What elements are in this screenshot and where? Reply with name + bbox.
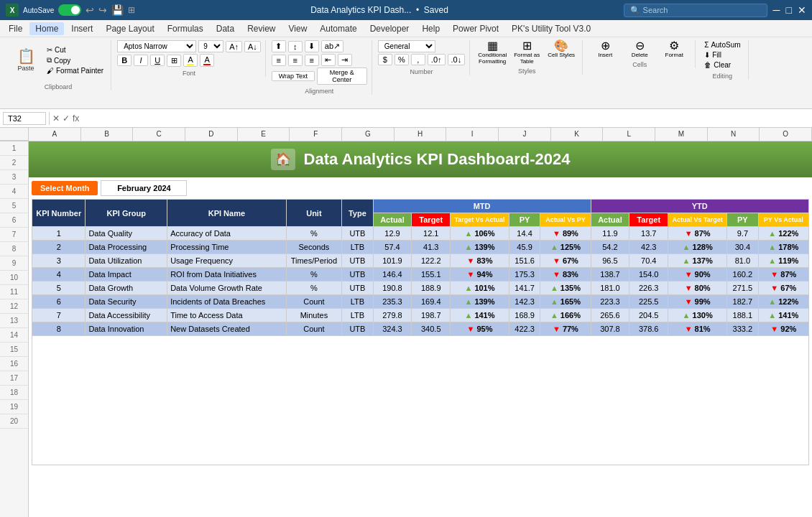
cell-mtd-target: 198.7 — [412, 309, 451, 322]
menu-developer[interactable]: Developer — [364, 22, 415, 35]
confirm-formula-icon[interactable]: ✓ — [63, 113, 70, 124]
currency-button[interactable]: $ — [378, 54, 392, 65]
align-top-button[interactable]: ⬆ — [272, 40, 286, 52]
col-a: A — [29, 128, 81, 141]
cell-styles-button[interactable]: 🎨 Cell Styles — [545, 40, 578, 65]
search-box[interactable]: 🔍 Search — [624, 4, 767, 17]
formula-input[interactable] — [82, 113, 809, 124]
undo-icon[interactable]: ↩ — [86, 4, 94, 16]
font-name-select[interactable]: Aptos Narrow — [117, 40, 196, 52]
fill-button[interactable]: ⬇ Fill — [701, 50, 743, 60]
cell-kpi-name: Processing Time — [167, 241, 286, 254]
cell-type: LTB — [342, 241, 373, 254]
number-format-select[interactable]: General — [378, 40, 435, 52]
paste-button[interactable]: 📋 Paste — [10, 40, 42, 80]
menu-review[interactable]: Review — [241, 22, 281, 35]
insert-icon: ⊕ — [601, 40, 610, 52]
cell-reference-input[interactable] — [3, 112, 46, 125]
row-4: 4 — [0, 185, 28, 199]
menu-home[interactable]: Home — [29, 22, 64, 35]
menu-file[interactable]: File — [3, 22, 28, 35]
font-controls: Aptos Narrow 9 A↑ A↓ B I U ⊞ A A — [117, 40, 261, 67]
insert-function-icon[interactable]: fx — [73, 113, 79, 124]
bold-button[interactable]: B — [117, 55, 132, 66]
row-2: 2 — [0, 156, 28, 170]
close-icon[interactable]: ✕ — [798, 4, 806, 16]
ribbon-number-group: General $ % , .0↑ .0↓ Number — [374, 40, 470, 75]
cancel-formula-icon[interactable]: ✕ — [52, 113, 60, 124]
wrap-text-button[interactable]: Wrap Text — [272, 71, 315, 81]
menu-power-pivot[interactable]: Power Pivot — [447, 22, 504, 35]
cell-ytd-py: 160.2 — [727, 268, 758, 281]
increase-indent-button[interactable]: ⇥ — [338, 54, 352, 66]
cell-ytd-py: 182.7 — [727, 295, 758, 309]
merge-center-button[interactable]: Merge & Center — [317, 67, 367, 85]
format-as-table-button[interactable]: ⊞ Format as Table — [510, 40, 543, 65]
font-size-select[interactable]: 9 — [198, 40, 223, 52]
comma-button[interactable]: , — [411, 54, 425, 65]
clear-button[interactable]: 🗑 Clear — [701, 60, 743, 70]
delete-cells-button[interactable]: ⊖ Delete — [623, 40, 656, 58]
font-color-button[interactable]: A — [200, 54, 214, 67]
cell-kpi-group: Data Processing — [86, 241, 167, 254]
font-grow-button[interactable]: A↑ — [226, 41, 242, 52]
text-orientation-button[interactable]: ab↗ — [321, 40, 343, 52]
cell-ytd-target: 154.0 — [629, 268, 668, 281]
th-ytd-avt: Actual Vs Target — [668, 213, 727, 227]
excel-icon: X — [6, 4, 19, 17]
underline-button[interactable]: U — [150, 55, 165, 66]
menu-page-layout[interactable]: Page Layout — [100, 22, 160, 35]
conditional-formatting-button[interactable]: ▦ Conditional Formatting — [476, 40, 509, 65]
cell-ytd-pvsa: ▼ 87% — [758, 268, 808, 281]
menu-automate[interactable]: Automate — [314, 22, 362, 35]
cell-mtd-tva: ▲ 139% — [451, 295, 509, 309]
copy-button[interactable]: ⧉ Copy — [44, 55, 106, 65]
menu-pk-utility[interactable]: PK's Utility Tool V3.0 — [506, 22, 596, 35]
decimal-decrease-button[interactable]: .0↓ — [448, 54, 466, 65]
th-kpi-name: KPI Name — [167, 200, 286, 227]
font-shrink-button[interactable]: A↓ — [244, 41, 261, 52]
cell-unit: Minutes — [286, 309, 342, 322]
format-cells-button[interactable]: ⚙ Format — [658, 40, 691, 58]
row-15: 15 — [0, 343, 28, 357]
menu-formulas[interactable]: Formulas — [162, 22, 209, 35]
select-month-button[interactable]: Select Month — [32, 181, 98, 195]
align-middle-button[interactable]: ↕ — [288, 41, 303, 52]
fill-color-button[interactable]: A — [183, 54, 198, 67]
cell-kpi-num: 3 — [32, 254, 86, 268]
format-painter-button[interactable]: 🖌 Format Painter — [44, 66, 106, 75]
col-j: J — [499, 128, 551, 141]
align-right-button[interactable]: ≡ — [305, 55, 319, 66]
percent-button[interactable]: % — [395, 54, 409, 65]
cell-mtd-avp: ▼ 83% — [540, 268, 591, 281]
autosave-toggle[interactable] — [58, 4, 81, 16]
menu-help[interactable]: Help — [416, 22, 446, 35]
search-icon: 🔍 — [630, 6, 640, 15]
save-icon[interactable]: 💾 — [111, 4, 124, 16]
align-left-button[interactable]: ≡ — [272, 55, 286, 66]
cut-button[interactable]: ✂ Cut — [44, 45, 106, 55]
maximize-icon[interactable]: □ — [786, 4, 792, 16]
cell-mtd-avp: ▲ 166% — [540, 309, 591, 322]
grid-content: 1 2 3 4 5 6 7 8 9 10 11 12 13 14 15 16 1… — [0, 141, 812, 517]
border-button[interactable]: ⊞ — [167, 55, 181, 67]
menu-insert[interactable]: Insert — [65, 22, 98, 35]
redo-icon[interactable]: ↪ — [98, 4, 107, 16]
minimize-icon[interactable]: ─ — [773, 4, 780, 16]
toolbar-more[interactable]: ⊞ — [128, 5, 135, 15]
insert-cells-button[interactable]: ⊕ Insert — [589, 40, 622, 58]
align-center-button[interactable]: ≡ — [288, 55, 303, 66]
decrease-indent-button[interactable]: ⇤ — [321, 54, 336, 66]
menu-view[interactable]: View — [283, 22, 313, 35]
align-bottom-button[interactable]: ⬇ — [305, 40, 319, 52]
decimal-increase-button[interactable]: .0↑ — [428, 54, 446, 65]
ribbon-font-group: Aptos Narrow 9 A↑ A↓ B I U ⊞ A A Font — [113, 40, 266, 77]
italic-button[interactable]: I — [134, 55, 148, 66]
cell-mtd-actual: 57.4 — [373, 241, 412, 254]
menu-data[interactable]: Data — [211, 22, 240, 35]
format-icon: ⚙ — [669, 40, 679, 52]
cell-mtd-avp: ▲ 135% — [540, 281, 591, 295]
th-mtd-py: PY — [509, 213, 540, 227]
autosum-button[interactable]: Σ AutoSum — [701, 40, 743, 50]
alignment-controls: ⬆ ↕ ⬇ ab↗ ≡ ≡ ≡ ⇤ ⇥ Wrap Text Merge & Ce… — [272, 40, 367, 85]
